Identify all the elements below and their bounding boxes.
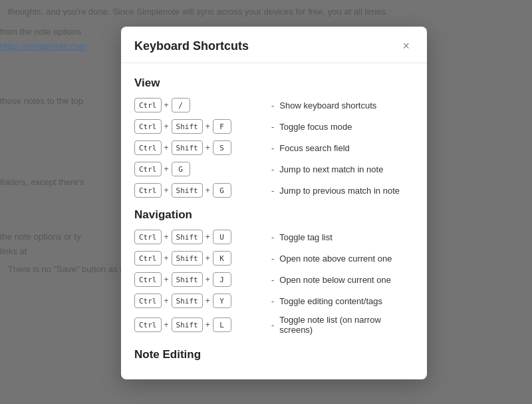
shortcut-row: Ctrl + Shift + L - Toggle note list (on … (134, 315, 414, 335)
key-ctrl: Ctrl (134, 230, 162, 244)
shortcut-row: Ctrl + Shift + Y - Toggle editing conten… (134, 294, 414, 308)
shortcut-desc: Toggle tag list (279, 232, 332, 242)
key-shift: Shift (172, 294, 203, 308)
shortcut-desc: Jump to next match in note (279, 164, 383, 174)
key-slash: / (172, 98, 190, 112)
shortcut-row: Ctrl + Shift + J - Open note below curre… (134, 272, 414, 287)
key-g: G (213, 183, 231, 198)
key-shift: Shift (172, 119, 203, 134)
shortcut-row: Ctrl + Shift + G - Jump to previous matc… (134, 183, 414, 198)
modal-header: Keyboard Shortcuts × (121, 27, 427, 63)
key-s: S (213, 140, 231, 155)
key-ctrl: Ctrl (134, 140, 162, 155)
shortcut-desc: Open note above current one (279, 254, 392, 264)
modal-title: Keyboard Shortcuts (134, 39, 249, 53)
shortcut-desc: Focus search field (279, 143, 350, 153)
shortcut-keys: Ctrl + Shift + L (134, 317, 267, 332)
shortcut-keys: Ctrl + Shift + J (134, 272, 267, 287)
shortcut-desc: Open note below current one (279, 275, 391, 285)
shortcut-keys: Ctrl + G (134, 162, 267, 176)
shortcut-row: Ctrl + Shift + U - Toggle tag list (134, 230, 414, 244)
shortcut-row: Ctrl + / - Show keyboard shortcuts (134, 98, 414, 112)
shortcut-keys: Ctrl + Shift + G (134, 183, 267, 198)
key-ctrl: Ctrl (134, 317, 162, 332)
key-shift: Shift (172, 183, 203, 198)
shortcut-keys: Ctrl + Shift + F (134, 119, 267, 134)
shortcut-row: Ctrl + Shift + F - Toggle focus mode (134, 119, 414, 134)
key-u: U (213, 230, 231, 244)
key-ctrl: Ctrl (134, 119, 162, 134)
key-shift: Shift (172, 230, 203, 244)
shortcut-desc: Show keyboard shortcuts (279, 101, 376, 110)
shortcut-row: Ctrl + Shift + K - Open note above curre… (134, 251, 414, 266)
shortcut-keys: Ctrl + / (134, 98, 267, 112)
section-navigation-title: Navigation (134, 208, 414, 222)
key-ctrl: Ctrl (134, 272, 162, 287)
key-ctrl: Ctrl (134, 251, 162, 266)
key-f: F (213, 119, 231, 134)
section-view-title: View (134, 77, 414, 90)
key-shift: Shift (172, 272, 203, 287)
close-button[interactable]: × (398, 39, 414, 53)
key-g: G (172, 162, 190, 176)
shortcut-desc: Toggle editing content/tags (279, 296, 382, 306)
key-shift: Shift (172, 251, 203, 266)
key-ctrl: Ctrl (134, 162, 162, 176)
key-l: L (213, 317, 231, 332)
key-y: Y (213, 294, 231, 308)
key-shift: Shift (172, 140, 203, 155)
key-k: K (213, 251, 231, 266)
key-ctrl: Ctrl (134, 98, 162, 112)
section-note-editing-title: Note Editing (134, 345, 414, 361)
key-j: J (213, 272, 231, 287)
shortcut-desc: Toggle focus mode (279, 122, 352, 132)
modal-body[interactable]: View Ctrl + / - Show keyboard shortcuts … (121, 63, 427, 379)
key-shift: Shift (172, 317, 203, 332)
shortcut-keys: Ctrl + Shift + U (134, 230, 267, 244)
shortcut-keys: Ctrl + Shift + K (134, 251, 267, 266)
shortcut-keys: Ctrl + Shift + Y (134, 294, 267, 308)
shortcut-row: Ctrl + G - Jump to next match in note (134, 162, 414, 176)
shortcut-row: Ctrl + Shift + S - Focus search field (134, 140, 414, 155)
shortcut-keys: Ctrl + Shift + S (134, 140, 267, 155)
keyboard-shortcuts-modal: Keyboard Shortcuts × View Ctrl + / - Sho… (121, 27, 427, 379)
key-ctrl: Ctrl (134, 183, 162, 198)
shortcut-desc: Toggle note list (on narrow screens) (279, 315, 414, 335)
key-ctrl: Ctrl (134, 294, 162, 308)
shortcut-desc: Jump to previous match in note (279, 186, 400, 196)
